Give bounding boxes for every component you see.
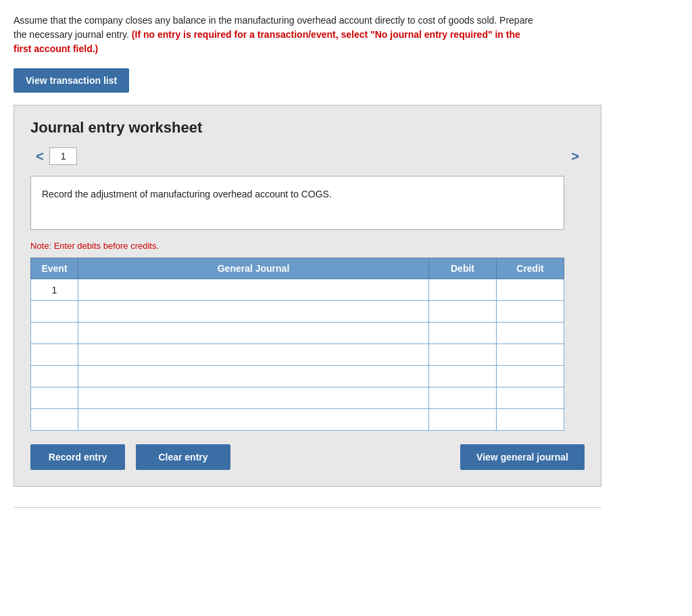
cell-general-journal[interactable] [78,344,429,366]
cell-general-journal[interactable] [78,409,429,431]
input-credit[interactable] [497,366,564,387]
header-credit: Credit [497,258,564,279]
input-debit[interactable] [429,387,496,408]
input-credit[interactable] [497,409,564,430]
input-debit[interactable] [429,301,496,322]
view-general-journal-button[interactable]: View general journal [460,444,585,470]
cell-credit[interactable] [497,366,564,387]
clear-entry-button[interactable]: Clear entry [136,444,230,470]
cell-event [31,409,78,431]
input-debit[interactable] [429,323,496,343]
cell-debit[interactable] [429,323,497,344]
cell-credit[interactable] [497,387,564,409]
cell-debit[interactable] [429,409,497,431]
cell-event [31,387,78,409]
input-general-journal[interactable] [78,366,428,387]
input-debit[interactable] [429,344,496,365]
header-event: Event [31,258,78,279]
cell-credit[interactable] [497,323,564,344]
header-debit: Debit [429,258,497,279]
cell-credit[interactable] [497,279,564,301]
input-credit[interactable] [497,279,564,300]
input-general-journal[interactable] [78,301,428,322]
cell-event: 1 [31,279,78,301]
cell-debit[interactable] [429,366,497,387]
intro-paragraph: Assume that the company closes any balan… [14,14,678,56]
action-buttons-row: Record entry Clear entry View general jo… [30,444,585,470]
input-credit[interactable] [497,301,564,322]
cell-general-journal[interactable] [78,366,429,387]
table-row [31,323,564,344]
table-row [31,366,564,387]
footer-divider [14,507,601,508]
tab-navigation: < 1 > [30,147,585,165]
cell-event [31,323,78,344]
cell-general-journal[interactable] [78,301,429,323]
cell-debit[interactable] [429,344,497,366]
input-debit[interactable] [429,409,496,430]
note-text: Note: Enter debits before credits. [30,241,585,251]
table-row [31,344,564,366]
cell-event [31,301,78,323]
tab-prev-button[interactable]: < [30,149,49,164]
input-credit[interactable] [497,387,564,408]
cell-event [31,366,78,387]
table-row [31,301,564,323]
journal-description: Record the adjustment of manufacturing o… [30,176,564,230]
tab-number: 1 [49,147,78,165]
worksheet-title: Journal entry worksheet [30,119,585,137]
cell-event [31,344,78,366]
cell-credit[interactable] [497,301,564,323]
input-credit[interactable] [497,344,564,365]
table-row [31,409,564,431]
journal-table: Event General Journal Debit Credit 1 [30,258,564,431]
table-row: 1 [31,279,564,301]
cell-credit[interactable] [497,409,564,431]
table-row [31,387,564,409]
tab-next-button[interactable]: > [566,149,585,164]
input-general-journal[interactable] [78,409,428,430]
cell-general-journal[interactable] [78,387,429,409]
cell-debit[interactable] [429,301,497,323]
cell-credit[interactable] [497,344,564,366]
input-debit[interactable] [429,366,496,387]
input-debit[interactable] [429,279,496,300]
header-general-journal: General Journal [78,258,429,279]
record-entry-button[interactable]: Record entry [30,444,125,470]
cell-debit[interactable] [429,279,497,301]
cell-general-journal[interactable] [78,323,429,344]
input-general-journal[interactable] [78,323,428,343]
cell-general-journal[interactable] [78,279,429,301]
worksheet-container: Journal entry worksheet < 1 > Record the… [14,105,601,487]
input-general-journal[interactable] [78,387,428,408]
input-credit[interactable] [497,323,564,343]
view-transaction-list-button[interactable]: View transaction list [14,68,129,93]
input-general-journal[interactable] [78,344,428,365]
input-general-journal[interactable] [78,279,428,300]
cell-debit[interactable] [429,387,497,409]
